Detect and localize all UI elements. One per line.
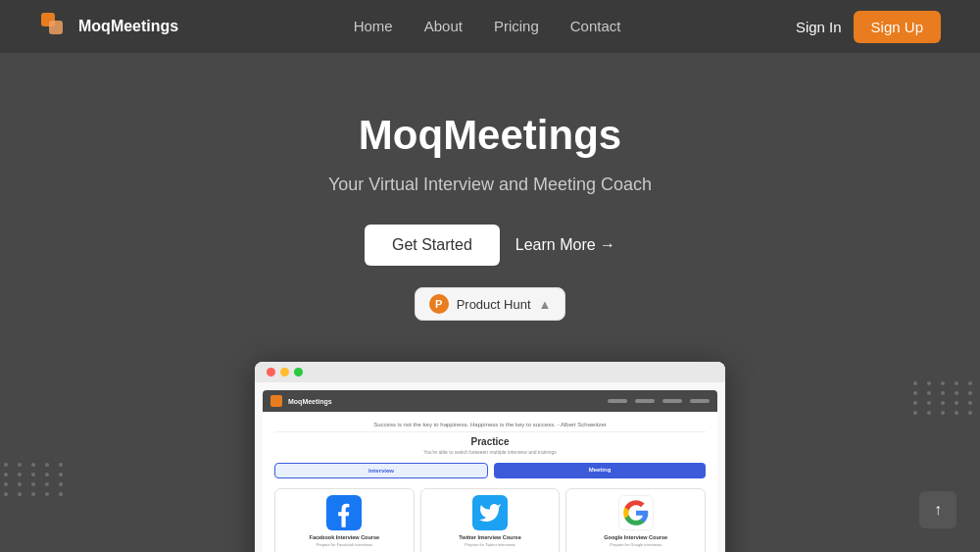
browser-mockup: MoqMeetings Success is not the key to ha…	[255, 362, 725, 552]
nav-actions: Sign In Sign Up	[796, 11, 941, 43]
browser-bar	[255, 362, 725, 382]
twitter-card-desc: Prepare for Twitter interviews	[427, 542, 554, 548]
logo-icon	[39, 11, 71, 42]
nav-item-pricing[interactable]: Pricing	[494, 18, 539, 35]
mock-tabs: Interview Meeting	[274, 463, 706, 478]
logo-text: MoqMeetings	[78, 18, 178, 35]
signin-button[interactable]: Sign In	[796, 19, 842, 35]
learn-more-button[interactable]: Learn More →	[515, 236, 615, 254]
mock-app-header: MoqMeetings	[263, 390, 717, 412]
dots-right-decoration	[913, 381, 980, 415]
mock-card-google: Google Interview Course Prepare for Goog…	[565, 488, 706, 552]
hero-title: MoqMeetings	[20, 112, 960, 159]
mock-nav-items	[608, 399, 710, 403]
mock-inner-content: Success is not the key to happiness. Hap…	[263, 412, 717, 552]
mock-card-facebook: Facebook Interview Course Prepare for Fa…	[274, 488, 415, 552]
nav-item-about[interactable]: About	[424, 18, 463, 35]
back-to-top-button[interactable]: ↑	[919, 491, 956, 528]
mock-tab-interview: Interview	[274, 463, 488, 478]
app-preview: MoqMeetings Success is not the key to ha…	[255, 362, 725, 552]
facebook-card-desc: Prepare for Facebook interviews	[281, 542, 408, 548]
product-hunt-badge[interactable]: P Product Hunt ▲	[415, 287, 566, 321]
google-card-title: Google Interview Course	[572, 534, 699, 540]
facebook-logo	[326, 495, 362, 530]
mock-tab-meeting: Meeting	[494, 463, 706, 478]
nav-item-contact[interactable]: Contact	[570, 18, 621, 35]
signup-button[interactable]: Sign Up	[854, 11, 941, 43]
mock-practice-sub: You're able to switch between multiple i…	[274, 449, 706, 455]
google-logo	[618, 495, 654, 530]
mock-logo-icon	[270, 395, 282, 407]
producthunt-icon: P	[429, 294, 449, 314]
logo[interactable]: MoqMeetings	[39, 11, 178, 42]
twitter-logo	[472, 495, 508, 530]
mock-card-twitter: Twitter Interview Course Prepare for Twi…	[420, 488, 561, 552]
dots-left-decoration	[0, 463, 67, 496]
mock-practice-title: Practice	[274, 436, 706, 447]
minimize-dot	[280, 368, 289, 376]
maximize-dot	[294, 368, 303, 376]
hero-subtitle: Your Virtual Interview and Meeting Coach	[20, 175, 960, 195]
hero-buttons: Get Started Learn More →	[20, 225, 960, 266]
google-card-desc: Prepare for Google interviews	[572, 542, 699, 548]
close-dot	[267, 368, 275, 376]
back-to-top-icon: ↑	[934, 501, 942, 519]
hero-section: MoqMeetings Your Virtual Interview and M…	[0, 53, 980, 552]
nav-item-home[interactable]: Home	[354, 18, 393, 35]
facebook-card-title: Facebook Interview Course	[281, 534, 408, 540]
mock-cards: Facebook Interview Course Prepare for Fa…	[274, 488, 706, 552]
product-hunt-label: Product Hunt	[457, 297, 531, 312]
navbar: MoqMeetings Home About Pricing Contact S…	[0, 0, 980, 53]
browser-traffic-lights	[267, 368, 303, 376]
get-started-button[interactable]: Get Started	[365, 225, 500, 266]
mock-quote: Success is not the key to happiness. Hap…	[274, 422, 706, 432]
twitter-card-title: Twitter Interview Course	[427, 534, 554, 540]
mock-app-name: MoqMeetings	[288, 398, 332, 405]
nav-links: Home About Pricing Contact	[354, 18, 621, 35]
svg-rect-1	[49, 21, 63, 34]
producthunt-arrow-icon: ▲	[539, 297, 552, 312]
browser-content: MoqMeetings Success is not the key to ha…	[255, 382, 725, 552]
